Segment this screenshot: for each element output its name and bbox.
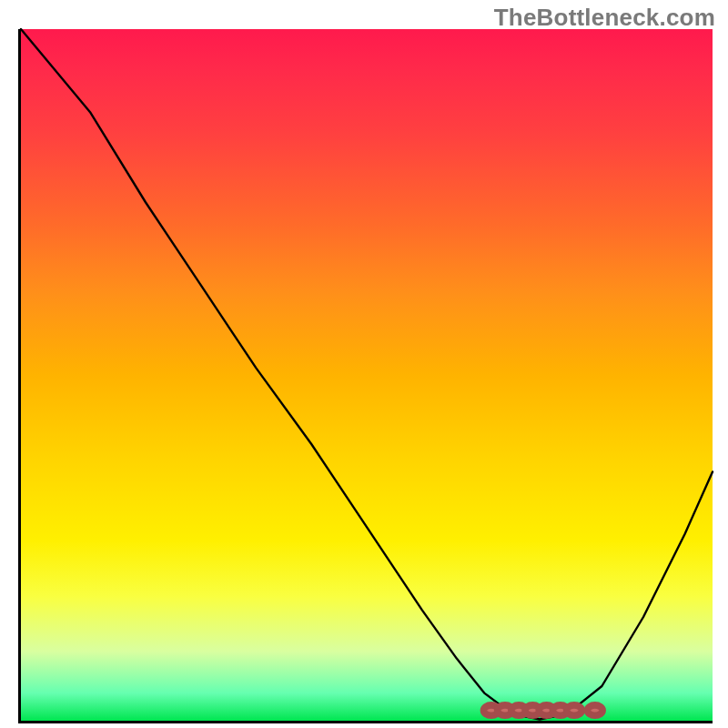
chart-container: TheBottleneck.com xyxy=(0,0,728,728)
curve-overlay xyxy=(21,29,713,721)
marker-dot xyxy=(567,705,582,715)
bottleneck-curve xyxy=(21,29,713,719)
optimal-range-markers xyxy=(483,705,602,715)
marker-dot xyxy=(587,705,602,715)
plot-area xyxy=(18,29,713,723)
attribution-label: TheBottleneck.com xyxy=(494,4,715,32)
